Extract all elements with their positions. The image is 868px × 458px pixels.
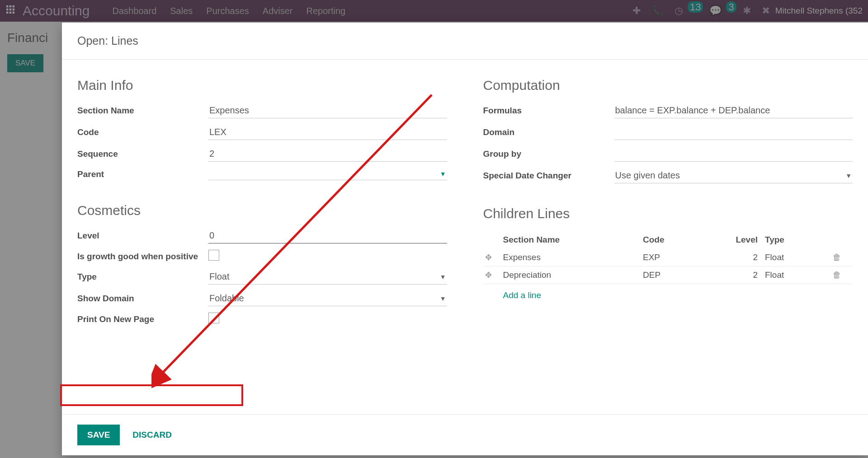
label-domain: Domain: [483, 127, 614, 137]
label-sequence: Sequence: [77, 149, 208, 159]
field-print-on-new-page: Print On New Page: [77, 313, 447, 326]
right-column: Computation Formulas Domain Group by Spe…: [483, 78, 853, 405]
field-growth: Is growth good when positive: [77, 250, 447, 263]
th-code: Code: [643, 235, 720, 245]
input-formulas[interactable]: [614, 103, 853, 118]
label-growth: Is growth good when positive: [77, 252, 208, 262]
label-section-name: Section Name: [77, 106, 208, 116]
table-header-row: Section Name Code Level Type: [483, 231, 853, 249]
label-type: Type: [77, 272, 208, 282]
caret-icon: ▼: [440, 273, 446, 280]
cell-code: DEP: [643, 270, 720, 280]
th-level: Level: [720, 235, 765, 245]
select-parent[interactable]: ▼: [208, 168, 447, 180]
input-domain[interactable]: [614, 125, 853, 140]
caret-icon: ▼: [845, 172, 852, 179]
field-domain: Domain: [483, 125, 853, 140]
input-section-name[interactable]: [208, 103, 447, 118]
drag-icon[interactable]: ✥: [485, 270, 503, 280]
cell-code: EXP: [643, 252, 720, 262]
cell-level: 2: [720, 270, 765, 280]
field-code: Code: [77, 125, 447, 140]
label-parent: Parent: [77, 169, 208, 179]
main-info-heading: Main Info: [77, 78, 447, 93]
children-table: Section Name Code Level Type ✥ Expenses …: [483, 231, 853, 307]
field-sequence: Sequence: [77, 146, 447, 162]
select-show-domain[interactable]: Foldable ▼: [208, 291, 447, 306]
th-section-name: Section Name: [503, 235, 643, 245]
field-type: Type Float ▼: [77, 269, 447, 285]
left-column: Main Info Section Name Code Sequence Par…: [77, 78, 447, 405]
input-code[interactable]: [208, 125, 447, 140]
input-group-by[interactable]: [614, 146, 853, 162]
add-line-button[interactable]: Add a line: [483, 284, 853, 307]
field-parent: Parent ▼: [77, 168, 447, 180]
label-level: Level: [77, 231, 208, 241]
modal-discard-button[interactable]: DISCARD: [132, 430, 172, 440]
label-code: Code: [77, 127, 208, 137]
field-section-name: Section Name: [77, 103, 447, 118]
modal-footer: SAVE DISCARD: [62, 414, 868, 455]
input-level[interactable]: [208, 228, 447, 243]
delete-icon[interactable]: 🗑: [833, 270, 851, 280]
checkbox-growth[interactable]: [208, 250, 219, 261]
label-formulas: Formulas: [483, 106, 614, 116]
delete-icon[interactable]: 🗑: [833, 252, 851, 262]
checkbox-print-on-new-page[interactable]: [208, 313, 219, 323]
field-level: Level: [77, 228, 447, 243]
th-type: Type: [765, 235, 833, 245]
cosmetics-heading: Cosmetics: [77, 203, 447, 218]
select-type[interactable]: Float ▼: [208, 269, 447, 285]
field-formulas: Formulas: [483, 103, 853, 118]
modal-title: Open: Lines: [77, 34, 853, 47]
label-print: Print On New Page: [77, 314, 208, 324]
cell-level: 2: [720, 252, 765, 262]
select-special-date-value: Use given dates: [615, 170, 680, 181]
children-heading: Children Lines: [483, 206, 853, 221]
select-type-value: Float: [209, 271, 229, 282]
caret-icon: ▼: [440, 295, 446, 302]
table-row[interactable]: ✥ Expenses EXP 2 Float 🗑: [483, 249, 853, 266]
modal-header: Open: Lines: [62, 23, 868, 60]
field-group-by: Group by: [483, 146, 853, 162]
label-show-domain: Show Domain: [77, 294, 208, 304]
field-special-date: Special Date Changer Use given dates ▼: [483, 168, 853, 183]
cell-section-name: Expenses: [503, 252, 643, 262]
caret-icon: ▼: [440, 170, 446, 178]
modal: Open: Lines Main Info Section Name Code …: [62, 23, 868, 455]
label-special-date: Special Date Changer: [483, 171, 614, 181]
table-row[interactable]: ✥ Depreciation DEP 2 Float 🗑: [483, 266, 853, 284]
cell-type: Float: [765, 252, 833, 262]
cell-section-name: Depreciation: [503, 270, 643, 280]
drag-icon[interactable]: ✥: [485, 252, 503, 262]
cell-type: Float: [765, 270, 833, 280]
label-group-by: Group by: [483, 149, 614, 159]
select-show-domain-value: Foldable: [209, 293, 244, 304]
field-show-domain: Show Domain Foldable ▼: [77, 291, 447, 306]
input-sequence[interactable]: [208, 146, 447, 162]
select-special-date[interactable]: Use given dates ▼: [614, 168, 853, 183]
computation-heading: Computation: [483, 78, 853, 93]
modal-save-button[interactable]: SAVE: [77, 425, 120, 445]
